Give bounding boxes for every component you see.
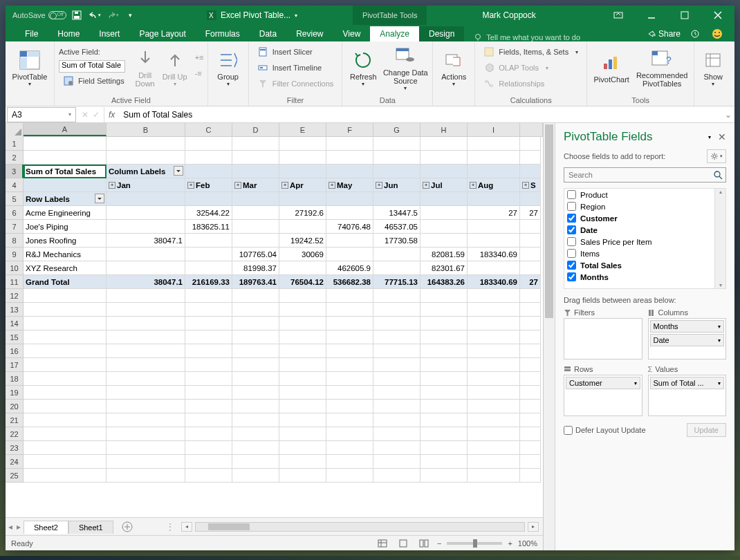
cell[interactable]: [520, 372, 541, 386]
tab-home[interactable]: Home: [48, 26, 89, 41]
refresh-button[interactable]: Refresh▾: [346, 43, 380, 93]
col-header[interactable]: C: [185, 123, 232, 136]
cell[interactable]: [232, 206, 279, 220]
cell[interactable]: [107, 469, 185, 483]
cell[interactable]: [279, 441, 326, 455]
cell[interactable]: [468, 344, 520, 358]
cell[interactable]: +Jul: [420, 178, 468, 192]
cell[interactable]: XYZ Research: [24, 261, 107, 275]
col-header[interactable]: H: [420, 123, 468, 136]
cell[interactable]: [107, 137, 185, 151]
cell[interactable]: [232, 137, 279, 151]
cell[interactable]: [468, 427, 520, 441]
sheet-tab-sheet2[interactable]: Sheet2: [24, 521, 68, 534]
cell[interactable]: [373, 289, 420, 303]
cell[interactable]: [185, 372, 232, 386]
cell[interactable]: [468, 469, 520, 483]
filter-connections-button[interactable]: Filter Connections: [253, 76, 338, 91]
cell[interactable]: [107, 455, 185, 469]
cell[interactable]: [24, 317, 107, 330]
cell[interactable]: [24, 372, 107, 386]
formula-input[interactable]: Sum of Total Sales: [119, 110, 722, 120]
sheet-nav-prev-icon[interactable]: ◂: [8, 522, 12, 532]
cell[interactable]: [520, 413, 541, 427]
cell[interactable]: [232, 165, 279, 178]
cell[interactable]: [420, 455, 468, 469]
cell[interactable]: [107, 220, 185, 234]
tab-file[interactable]: File: [15, 26, 48, 41]
cell[interactable]: [185, 151, 232, 165]
qat-customize-icon[interactable]: ▾: [123, 8, 138, 23]
cell[interactable]: [107, 248, 185, 261]
cell[interactable]: [373, 317, 420, 330]
tab-analyze[interactable]: Analyze: [370, 26, 419, 41]
cell[interactable]: [185, 289, 232, 303]
expand-icon[interactable]: +: [234, 182, 241, 189]
cell[interactable]: [185, 400, 232, 413]
normal-view-icon[interactable]: [375, 537, 390, 550]
ribbon-options-icon[interactable]: [604, 6, 632, 25]
cell[interactable]: Grand Total: [24, 275, 107, 289]
row-header[interactable]: 10: [6, 261, 24, 275]
cell[interactable]: [468, 151, 520, 165]
row-header[interactable]: 11: [6, 275, 24, 289]
cell[interactable]: [232, 441, 279, 455]
cell[interactable]: [420, 234, 468, 248]
row-header[interactable]: 19: [6, 386, 24, 400]
cell[interactable]: [185, 386, 232, 400]
pivotchart-button[interactable]: PivotChart: [591, 43, 631, 93]
cell[interactable]: [279, 192, 326, 206]
cell[interactable]: [520, 303, 541, 317]
zoom-in-icon[interactable]: +: [508, 539, 512, 548]
cell[interactable]: [373, 427, 420, 441]
cell[interactable]: [326, 151, 373, 165]
field-search-box[interactable]: [564, 167, 726, 183]
autosave-toggle[interactable]: AutoSave Off: [12, 11, 66, 19]
cell[interactable]: [420, 151, 468, 165]
cell[interactable]: [107, 289, 185, 303]
actions-button[interactable]: Actions▾: [437, 43, 470, 93]
cell[interactable]: [185, 469, 232, 483]
cell[interactable]: [279, 220, 326, 234]
cell[interactable]: [520, 261, 541, 275]
row-header[interactable]: 12: [6, 289, 24, 303]
cell[interactable]: [520, 344, 541, 358]
cell[interactable]: [326, 441, 373, 455]
area-item[interactable]: Months▾: [650, 320, 725, 333]
row-header[interactable]: 9: [6, 248, 24, 261]
cell[interactable]: [107, 386, 185, 400]
row-header[interactable]: 25: [6, 469, 24, 483]
cell[interactable]: 19242.52: [279, 234, 326, 248]
cell[interactable]: [420, 206, 468, 220]
row-header[interactable]: 1: [6, 137, 24, 151]
cell[interactable]: [232, 289, 279, 303]
cell[interactable]: 30069: [279, 248, 326, 261]
cell[interactable]: [232, 151, 279, 165]
cell[interactable]: [420, 165, 468, 178]
cell[interactable]: 38047.1: [107, 234, 185, 248]
cell[interactable]: [420, 413, 468, 427]
cell[interactable]: 462605.9: [326, 261, 373, 275]
cell[interactable]: [24, 289, 107, 303]
cell[interactable]: [279, 261, 326, 275]
expand-icon[interactable]: +: [187, 182, 194, 189]
cell[interactable]: 183340.69: [468, 275, 520, 289]
defer-layout-checkbox[interactable]: Defer Layout Update: [564, 426, 646, 435]
cell[interactable]: [520, 400, 541, 413]
cell[interactable]: 164383.26: [420, 275, 468, 289]
cell[interactable]: [185, 234, 232, 248]
cell[interactable]: [520, 427, 541, 441]
cell[interactable]: [373, 413, 420, 427]
cell[interactable]: [185, 455, 232, 469]
cell[interactable]: [185, 344, 232, 358]
field-checkbox[interactable]: Date: [564, 224, 714, 236]
row-header[interactable]: 3: [6, 165, 24, 178]
field-checkbox[interactable]: Customer: [564, 212, 714, 224]
taskpane-layout-button[interactable]: ▾: [707, 149, 726, 163]
cell[interactable]: [24, 400, 107, 413]
cell[interactable]: [468, 317, 520, 330]
cell[interactable]: [279, 303, 326, 317]
close-icon[interactable]: [704, 6, 732, 25]
col-header[interactable]: [520, 123, 543, 136]
cell[interactable]: [107, 261, 185, 275]
